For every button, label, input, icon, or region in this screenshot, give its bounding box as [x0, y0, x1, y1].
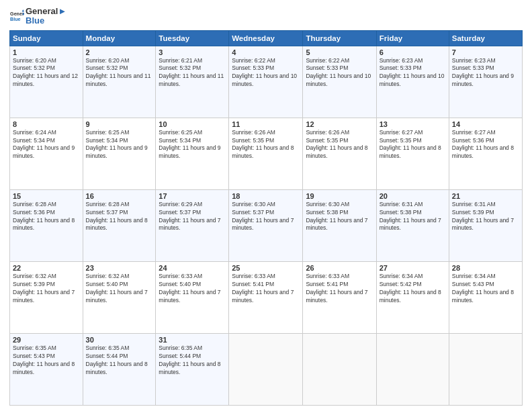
calendar-cell: 8 Sunrise: 6:24 AM Sunset: 5:34 PM Dayli… — [10, 118, 83, 189]
day-info: Sunrise: 6:25 AM Sunset: 5:34 PM Dayligh… — [86, 129, 153, 161]
day-number: 17 — [159, 192, 226, 200]
day-number: 5 — [306, 48, 373, 56]
calendar-header-row: Sunday Monday Tuesday Wednesday Thursday… — [10, 30, 523, 46]
day-number: 12 — [306, 120, 373, 128]
calendar-cell: 1 Sunrise: 6:20 AM Sunset: 5:32 PM Dayli… — [10, 46, 83, 118]
day-info: Sunrise: 6:20 AM Sunset: 5:32 PM Dayligh… — [13, 57, 80, 89]
daylight-label: Daylight: 11 hours and 7 minutes. — [159, 217, 220, 232]
col-tuesday: Tuesday — [156, 30, 229, 46]
day-info: Sunrise: 6:31 AM Sunset: 5:39 PM Dayligh… — [452, 201, 519, 233]
sunset-label: Sunset: 5:32 PM — [13, 64, 55, 71]
day-info: Sunrise: 6:33 AM Sunset: 5:40 PM Dayligh… — [159, 273, 226, 305]
col-monday: Monday — [83, 30, 156, 46]
calendar-cell: 31 Sunrise: 6:35 AM Sunset: 5:44 PM Dayl… — [156, 333, 229, 405]
day-info: Sunrise: 6:35 AM Sunset: 5:44 PM Dayligh… — [159, 345, 226, 377]
sunrise-label: Sunrise: 6:28 AM — [86, 201, 130, 208]
calendar-cell: 11 Sunrise: 6:26 AM Sunset: 5:35 PM Dayl… — [229, 118, 303, 189]
day-number: 21 — [452, 192, 519, 200]
logo: General Blue General► Blue — [9, 7, 66, 26]
sunrise-label: Sunrise: 6:20 AM — [86, 57, 130, 64]
day-number: 27 — [380, 264, 446, 272]
day-info: Sunrise: 6:28 AM Sunset: 5:36 PM Dayligh… — [13, 201, 80, 233]
day-info: Sunrise: 6:35 AM Sunset: 5:43 PM Dayligh… — [13, 345, 80, 377]
logo-line2: Blue — [26, 16, 66, 26]
sunset-label: Sunset: 5:33 PM — [232, 64, 274, 71]
sunset-label: Sunset: 5:42 PM — [380, 281, 422, 287]
day-number: 8 — [13, 120, 80, 128]
sunset-label: Sunset: 5:44 PM — [86, 353, 128, 359]
sunrise-label: Sunrise: 6:26 AM — [306, 129, 349, 136]
day-number: 1 — [13, 48, 80, 56]
calendar-cell: 10 Sunrise: 6:25 AM Sunset: 5:34 PM Dayl… — [156, 118, 229, 189]
calendar-cell — [376, 333, 449, 405]
day-number: 2 — [86, 48, 153, 56]
daylight-label: Daylight: 11 hours and 11 minutes. — [159, 73, 224, 87]
day-info: Sunrise: 6:23 AM Sunset: 5:33 PM Dayligh… — [452, 57, 519, 89]
daylight-label: Daylight: 11 hours and 7 minutes. — [13, 289, 75, 304]
sunset-label: Sunset: 5:34 PM — [13, 137, 55, 144]
calendar-week-row: 1 Sunrise: 6:20 AM Sunset: 5:32 PM Dayli… — [10, 46, 523, 118]
day-number: 13 — [380, 120, 446, 128]
sunset-label: Sunset: 5:37 PM — [86, 209, 128, 216]
calendar-week-row: 8 Sunrise: 6:24 AM Sunset: 5:34 PM Dayli… — [10, 118, 523, 189]
day-info: Sunrise: 6:34 AM Sunset: 5:43 PM Dayligh… — [452, 273, 519, 305]
calendar-cell: 18 Sunrise: 6:30 AM Sunset: 5:37 PM Dayl… — [229, 189, 303, 261]
daylight-label: Daylight: 11 hours and 7 minutes. — [159, 289, 220, 304]
sunrise-label: Sunrise: 6:26 AM — [232, 129, 275, 136]
sunset-label: Sunset: 5:35 PM — [380, 137, 422, 144]
daylight-label: Daylight: 11 hours and 11 minutes. — [86, 73, 151, 87]
sunrise-label: Sunrise: 6:33 AM — [306, 273, 349, 279]
daylight-label: Daylight: 11 hours and 8 minutes. — [452, 289, 514, 304]
day-info: Sunrise: 6:26 AM Sunset: 5:35 PM Dayligh… — [232, 129, 300, 161]
calendar-cell: 17 Sunrise: 6:29 AM Sunset: 5:37 PM Dayl… — [156, 189, 229, 261]
daylight-label: Daylight: 11 hours and 8 minutes. — [86, 217, 148, 232]
sunset-label: Sunset: 5:35 PM — [306, 137, 348, 144]
sunrise-label: Sunrise: 6:32 AM — [13, 273, 56, 279]
day-info: Sunrise: 6:32 AM Sunset: 5:39 PM Dayligh… — [13, 273, 80, 305]
sunrise-label: Sunrise: 6:21 AM — [159, 57, 202, 64]
day-info: Sunrise: 6:22 AM Sunset: 5:33 PM Dayligh… — [232, 57, 300, 89]
daylight-label: Daylight: 11 hours and 7 minutes. — [306, 289, 367, 304]
sunset-label: Sunset: 5:32 PM — [159, 64, 201, 71]
day-info: Sunrise: 6:27 AM Sunset: 5:36 PM Dayligh… — [452, 129, 519, 161]
sunset-label: Sunset: 5:41 PM — [232, 281, 274, 287]
logo-line1: General► — [26, 7, 66, 16]
day-info: Sunrise: 6:31 AM Sunset: 5:38 PM Dayligh… — [380, 201, 446, 233]
day-number: 15 — [13, 192, 80, 200]
day-info: Sunrise: 6:30 AM Sunset: 5:37 PM Dayligh… — [232, 201, 300, 233]
calendar-cell: 21 Sunrise: 6:31 AM Sunset: 5:39 PM Dayl… — [449, 189, 522, 261]
day-info: Sunrise: 6:35 AM Sunset: 5:44 PM Dayligh… — [86, 345, 153, 377]
calendar-cell: 14 Sunrise: 6:27 AM Sunset: 5:36 PM Dayl… — [449, 118, 522, 189]
calendar-cell: 4 Sunrise: 6:22 AM Sunset: 5:33 PM Dayli… — [229, 46, 303, 118]
sunrise-label: Sunrise: 6:30 AM — [232, 201, 275, 208]
calendar-cell: 15 Sunrise: 6:28 AM Sunset: 5:36 PM Dayl… — [10, 189, 83, 261]
sunset-label: Sunset: 5:43 PM — [452, 281, 494, 287]
calendar-cell: 16 Sunrise: 6:28 AM Sunset: 5:37 PM Dayl… — [83, 189, 156, 261]
calendar-cell: 23 Sunrise: 6:32 AM Sunset: 5:40 PM Dayl… — [83, 261, 156, 333]
sunrise-label: Sunrise: 6:33 AM — [232, 273, 275, 279]
calendar-cell: 30 Sunrise: 6:35 AM Sunset: 5:44 PM Dayl… — [83, 333, 156, 405]
day-number: 20 — [380, 192, 446, 200]
day-number: 31 — [159, 336, 226, 344]
day-info: Sunrise: 6:22 AM Sunset: 5:33 PM Dayligh… — [306, 57, 373, 89]
sunset-label: Sunset: 5:33 PM — [306, 64, 348, 71]
daylight-label: Daylight: 11 hours and 9 minutes. — [452, 73, 514, 87]
col-sunday: Sunday — [10, 30, 83, 46]
daylight-label: Daylight: 11 hours and 7 minutes. — [86, 289, 148, 304]
day-number: 22 — [13, 264, 80, 272]
day-number: 6 — [380, 48, 446, 56]
header: General Blue General► Blue — [9, 7, 523, 26]
day-info: Sunrise: 6:28 AM Sunset: 5:37 PM Dayligh… — [86, 201, 153, 233]
daylight-label: Daylight: 11 hours and 10 minutes. — [232, 73, 297, 87]
calendar-cell: 24 Sunrise: 6:33 AM Sunset: 5:40 PM Dayl… — [156, 261, 229, 333]
daylight-label: Daylight: 11 hours and 8 minutes. — [452, 144, 514, 159]
calendar-week-row: 29 Sunrise: 6:35 AM Sunset: 5:43 PM Dayl… — [10, 333, 523, 405]
day-number: 30 — [86, 336, 153, 344]
day-info: Sunrise: 6:26 AM Sunset: 5:35 PM Dayligh… — [306, 129, 373, 161]
sunrise-label: Sunrise: 6:31 AM — [380, 201, 423, 208]
sunrise-label: Sunrise: 6:25 AM — [159, 129, 202, 136]
calendar-cell: 19 Sunrise: 6:30 AM Sunset: 5:38 PM Dayl… — [303, 189, 376, 261]
calendar-table: Sunday Monday Tuesday Wednesday Thursday… — [9, 30, 523, 406]
sunset-label: Sunset: 5:43 PM — [13, 353, 55, 359]
daylight-label: Daylight: 11 hours and 8 minutes. — [86, 361, 148, 375]
